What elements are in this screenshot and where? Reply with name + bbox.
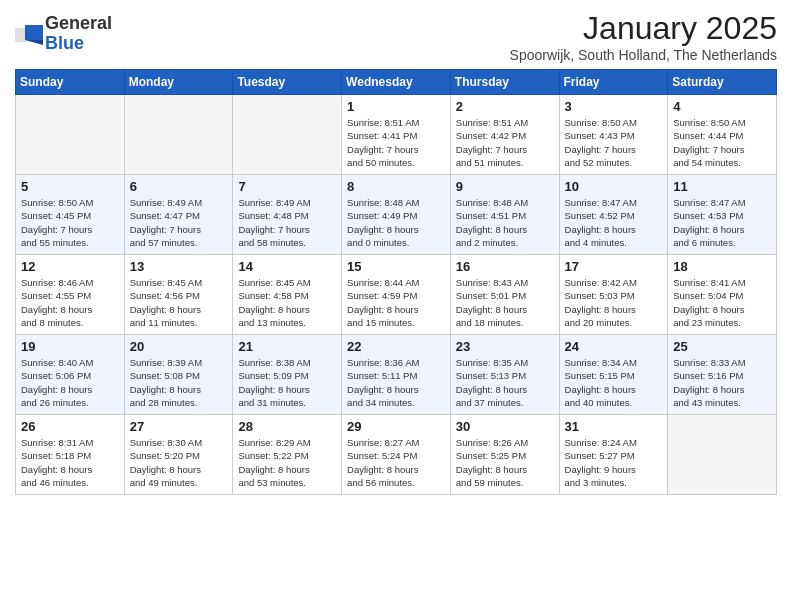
calendar-week-3: 12Sunrise: 8:46 AM Sunset: 4:55 PM Dayli…: [16, 255, 777, 335]
calendar-day: 30Sunrise: 8:26 AM Sunset: 5:25 PM Dayli…: [450, 415, 559, 495]
day-info: Sunrise: 8:42 AM Sunset: 5:03 PM Dayligh…: [565, 276, 663, 329]
day-header-friday: Friday: [559, 70, 668, 95]
day-info: Sunrise: 8:47 AM Sunset: 4:52 PM Dayligh…: [565, 196, 663, 249]
calendar-day: 6Sunrise: 8:49 AM Sunset: 4:47 PM Daylig…: [124, 175, 233, 255]
day-number: 31: [565, 419, 663, 434]
day-info: Sunrise: 8:47 AM Sunset: 4:53 PM Dayligh…: [673, 196, 771, 249]
day-info: Sunrise: 8:45 AM Sunset: 4:56 PM Dayligh…: [130, 276, 228, 329]
day-number: 13: [130, 259, 228, 274]
day-header-saturday: Saturday: [668, 70, 777, 95]
calendar-day: 20Sunrise: 8:39 AM Sunset: 5:08 PM Dayli…: [124, 335, 233, 415]
calendar-day: 13Sunrise: 8:45 AM Sunset: 4:56 PM Dayli…: [124, 255, 233, 335]
day-number: 9: [456, 179, 554, 194]
day-info: Sunrise: 8:50 AM Sunset: 4:45 PM Dayligh…: [21, 196, 119, 249]
calendar-day: 4Sunrise: 8:50 AM Sunset: 4:44 PM Daylig…: [668, 95, 777, 175]
calendar-day: 15Sunrise: 8:44 AM Sunset: 4:59 PM Dayli…: [342, 255, 451, 335]
day-info: Sunrise: 8:46 AM Sunset: 4:55 PM Dayligh…: [21, 276, 119, 329]
location: Spoorwijk, South Holland, The Netherland…: [510, 47, 777, 63]
day-number: 3: [565, 99, 663, 114]
calendar-week-1: 1Sunrise: 8:51 AM Sunset: 4:41 PM Daylig…: [16, 95, 777, 175]
calendar-day: 3Sunrise: 8:50 AM Sunset: 4:43 PM Daylig…: [559, 95, 668, 175]
day-info: Sunrise: 8:31 AM Sunset: 5:18 PM Dayligh…: [21, 436, 119, 489]
day-info: Sunrise: 8:48 AM Sunset: 4:51 PM Dayligh…: [456, 196, 554, 249]
day-info: Sunrise: 8:41 AM Sunset: 5:04 PM Dayligh…: [673, 276, 771, 329]
calendar-day: 23Sunrise: 8:35 AM Sunset: 5:13 PM Dayli…: [450, 335, 559, 415]
day-number: 23: [456, 339, 554, 354]
day-number: 16: [456, 259, 554, 274]
day-info: Sunrise: 8:49 AM Sunset: 4:47 PM Dayligh…: [130, 196, 228, 249]
day-info: Sunrise: 8:48 AM Sunset: 4:49 PM Dayligh…: [347, 196, 445, 249]
calendar-day: 21Sunrise: 8:38 AM Sunset: 5:09 PM Dayli…: [233, 335, 342, 415]
calendar-day: 11Sunrise: 8:47 AM Sunset: 4:53 PM Dayli…: [668, 175, 777, 255]
day-number: 25: [673, 339, 771, 354]
logo-text: General Blue: [45, 14, 112, 54]
calendar-day: 19Sunrise: 8:40 AM Sunset: 5:06 PM Dayli…: [16, 335, 125, 415]
calendar-day: 17Sunrise: 8:42 AM Sunset: 5:03 PM Dayli…: [559, 255, 668, 335]
calendar-day: [16, 95, 125, 175]
day-info: Sunrise: 8:30 AM Sunset: 5:20 PM Dayligh…: [130, 436, 228, 489]
day-number: 12: [21, 259, 119, 274]
day-info: Sunrise: 8:38 AM Sunset: 5:09 PM Dayligh…: [238, 356, 336, 409]
day-number: 19: [21, 339, 119, 354]
day-number: 10: [565, 179, 663, 194]
day-info: Sunrise: 8:43 AM Sunset: 5:01 PM Dayligh…: [456, 276, 554, 329]
title-block: January 2025 Spoorwijk, South Holland, T…: [510, 10, 777, 63]
calendar-day: 27Sunrise: 8:30 AM Sunset: 5:20 PM Dayli…: [124, 415, 233, 495]
calendar-day: 25Sunrise: 8:33 AM Sunset: 5:16 PM Dayli…: [668, 335, 777, 415]
svg-marker-2: [15, 28, 27, 42]
calendar-header-row: SundayMondayTuesdayWednesdayThursdayFrid…: [16, 70, 777, 95]
day-header-thursday: Thursday: [450, 70, 559, 95]
day-number: 29: [347, 419, 445, 434]
calendar-day: 31Sunrise: 8:24 AM Sunset: 5:27 PM Dayli…: [559, 415, 668, 495]
day-header-monday: Monday: [124, 70, 233, 95]
day-info: Sunrise: 8:45 AM Sunset: 4:58 PM Dayligh…: [238, 276, 336, 329]
day-info: Sunrise: 8:44 AM Sunset: 4:59 PM Dayligh…: [347, 276, 445, 329]
calendar-table: SundayMondayTuesdayWednesdayThursdayFrid…: [15, 69, 777, 495]
day-number: 17: [565, 259, 663, 274]
day-info: Sunrise: 8:49 AM Sunset: 4:48 PM Dayligh…: [238, 196, 336, 249]
calendar-day: 18Sunrise: 8:41 AM Sunset: 5:04 PM Dayli…: [668, 255, 777, 335]
day-number: 2: [456, 99, 554, 114]
day-info: Sunrise: 8:26 AM Sunset: 5:25 PM Dayligh…: [456, 436, 554, 489]
calendar-day: 22Sunrise: 8:36 AM Sunset: 5:11 PM Dayli…: [342, 335, 451, 415]
calendar-day: [124, 95, 233, 175]
day-number: 11: [673, 179, 771, 194]
svg-marker-1: [25, 40, 43, 45]
calendar-day: 14Sunrise: 8:45 AM Sunset: 4:58 PM Dayli…: [233, 255, 342, 335]
page-header: General Blue January 2025 Spoorwijk, Sou…: [15, 10, 777, 63]
calendar-day: 29Sunrise: 8:27 AM Sunset: 5:24 PM Dayli…: [342, 415, 451, 495]
day-info: Sunrise: 8:51 AM Sunset: 4:42 PM Dayligh…: [456, 116, 554, 169]
day-number: 22: [347, 339, 445, 354]
day-number: 6: [130, 179, 228, 194]
day-info: Sunrise: 8:50 AM Sunset: 4:43 PM Dayligh…: [565, 116, 663, 169]
day-info: Sunrise: 8:35 AM Sunset: 5:13 PM Dayligh…: [456, 356, 554, 409]
calendar-day: 28Sunrise: 8:29 AM Sunset: 5:22 PM Dayli…: [233, 415, 342, 495]
logo-general: General: [45, 13, 112, 33]
day-number: 14: [238, 259, 336, 274]
day-number: 20: [130, 339, 228, 354]
month-title: January 2025: [510, 10, 777, 47]
day-number: 26: [21, 419, 119, 434]
day-header-tuesday: Tuesday: [233, 70, 342, 95]
day-info: Sunrise: 8:34 AM Sunset: 5:15 PM Dayligh…: [565, 356, 663, 409]
day-number: 4: [673, 99, 771, 114]
calendar-day: 24Sunrise: 8:34 AM Sunset: 5:15 PM Dayli…: [559, 335, 668, 415]
svg-marker-0: [25, 25, 43, 40]
logo-icon: [15, 20, 43, 48]
calendar-day: 1Sunrise: 8:51 AM Sunset: 4:41 PM Daylig…: [342, 95, 451, 175]
day-header-sunday: Sunday: [16, 70, 125, 95]
calendar-week-4: 19Sunrise: 8:40 AM Sunset: 5:06 PM Dayli…: [16, 335, 777, 415]
day-info: Sunrise: 8:27 AM Sunset: 5:24 PM Dayligh…: [347, 436, 445, 489]
day-info: Sunrise: 8:40 AM Sunset: 5:06 PM Dayligh…: [21, 356, 119, 409]
day-info: Sunrise: 8:50 AM Sunset: 4:44 PM Dayligh…: [673, 116, 771, 169]
calendar-day: 2Sunrise: 8:51 AM Sunset: 4:42 PM Daylig…: [450, 95, 559, 175]
calendar-day: 26Sunrise: 8:31 AM Sunset: 5:18 PM Dayli…: [16, 415, 125, 495]
day-number: 8: [347, 179, 445, 194]
day-info: Sunrise: 8:51 AM Sunset: 4:41 PM Dayligh…: [347, 116, 445, 169]
logo: General Blue: [15, 14, 112, 54]
day-number: 24: [565, 339, 663, 354]
calendar-day: 12Sunrise: 8:46 AM Sunset: 4:55 PM Dayli…: [16, 255, 125, 335]
day-info: Sunrise: 8:33 AM Sunset: 5:16 PM Dayligh…: [673, 356, 771, 409]
calendar-day: 8Sunrise: 8:48 AM Sunset: 4:49 PM Daylig…: [342, 175, 451, 255]
day-number: 5: [21, 179, 119, 194]
